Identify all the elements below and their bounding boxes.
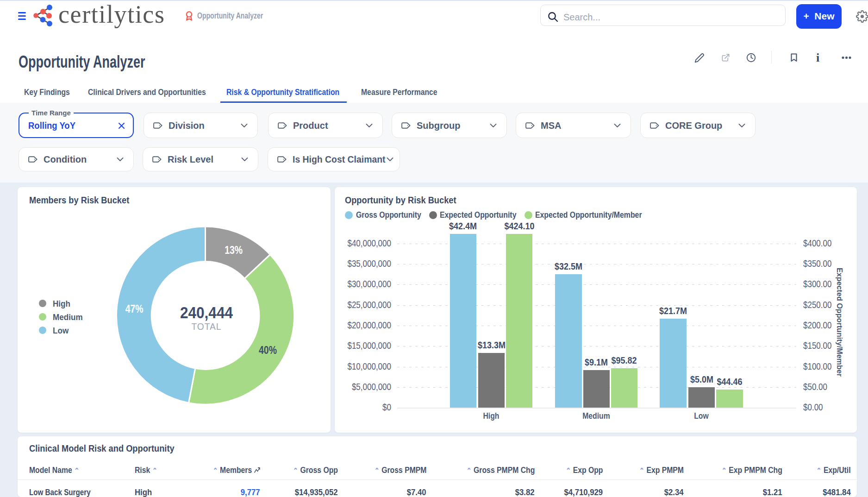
svg-text:47%: 47% <box>125 302 144 315</box>
svg-text:13%: 13% <box>225 244 243 256</box>
svg-text:TOTAL: TOTAL <box>192 321 222 332</box>
svg-text:240,444: 240,444 <box>180 303 233 321</box>
svg-text:40%: 40% <box>259 344 277 356</box>
